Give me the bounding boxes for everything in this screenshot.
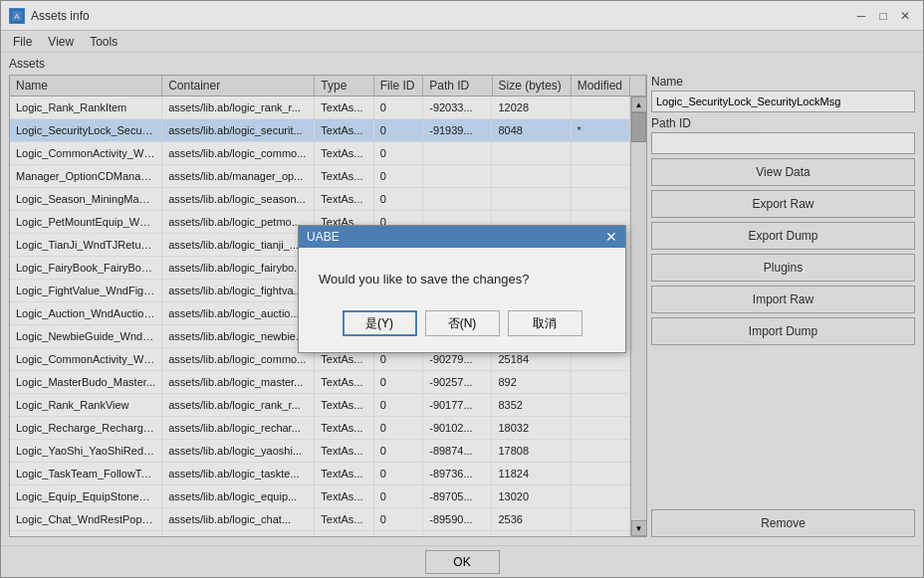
dialog-body: Would you like to save the changes? <box>299 248 625 302</box>
save-dialog: UABE ✕ Would you like to save the change… <box>298 225 626 353</box>
dialog-overlay: UABE ✕ Would you like to save the change… <box>0 0 924 578</box>
dialog-buttons: 是(Y) 否(N) 取消 <box>299 302 625 352</box>
dialog-close-button[interactable]: ✕ <box>605 230 617 244</box>
dialog-title-bar: UABE ✕ <box>299 226 625 248</box>
dialog-yes-button[interactable]: 是(Y) <box>343 310 417 336</box>
dialog-message: Would you like to save the changes? <box>319 272 530 287</box>
dialog-title: UABE <box>307 230 340 244</box>
dialog-no-button[interactable]: 否(N) <box>425 310 500 336</box>
dialog-cancel-button[interactable]: 取消 <box>508 310 582 336</box>
